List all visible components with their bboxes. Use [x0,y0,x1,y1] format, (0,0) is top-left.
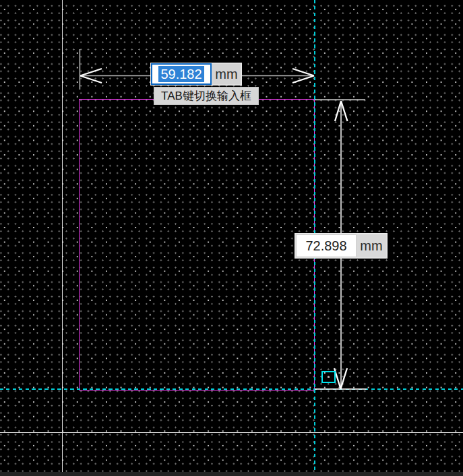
height-unit-label: mm [357,234,386,257]
bottom-edge-strip [0,472,463,476]
arrow-up-icon [335,101,348,121]
tracking-line-horizontal [0,388,463,390]
width-unit-label: mm [212,63,241,85]
pickbox-cursor-icon [321,371,336,383]
height-input-widget: 72.898 mm [295,233,388,259]
construction-line-horizontal [0,432,463,434]
rubber-band-rectangle [79,99,315,390]
width-value-selected-text: 59.182 [158,66,204,82]
construction-line-vertical [62,0,63,476]
width-input[interactable]: 59.182 [151,63,212,85]
arrow-left-icon [80,69,102,83]
cad-drawing-canvas[interactable]: 59.182 mm TAB键切换输入框 72.898 mm [0,0,463,476]
tab-switch-tooltip: TAB键切换输入框 [154,87,259,105]
arrow-down-icon [334,368,347,389]
width-input-widget: 59.182 mm [150,63,242,86]
arrow-right-icon [292,69,314,83]
height-input[interactable]: 72.898 [296,234,357,257]
